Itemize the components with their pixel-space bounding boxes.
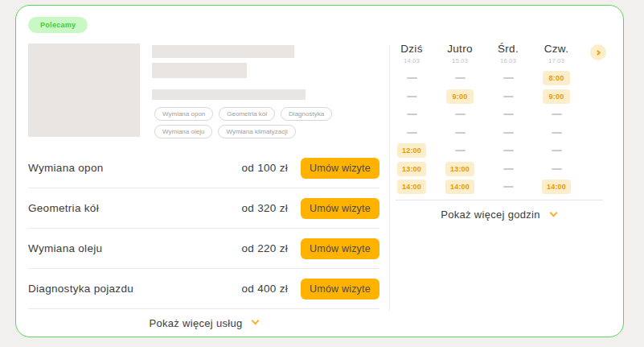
day-column-wednesday: Śrd. 16.03 [484,43,532,196]
service-tag-chip: Diagnostyka [281,107,332,121]
time-slot-button[interactable]: 8:00 [543,71,570,85]
show-more-services-button[interactable]: Pokaż więcej usług [28,309,379,337]
book-visit-button[interactable]: Umów wizyte [301,158,379,179]
calendar-divider [396,200,603,200]
service-row: Diagnostyka pojazdu od 400 zł Umów wizyt… [28,269,379,309]
day-date: 16.03 [484,57,532,64]
time-slot-button[interactable]: 14:00 [542,180,571,194]
day-name: Jutro [436,43,484,55]
show-more-services-label: Pokaż więcej usług [150,317,243,329]
service-provider-card: Polecamy Wymiana opon Geometria kół Diag… [15,5,624,337]
time-slot-button[interactable]: 13:00 [445,162,474,176]
service-tags: Wymiana opon Geometria kół Diagnostyka W… [154,107,365,138]
slot-column [484,69,532,196]
unavailable-slot-dash [503,168,514,170]
service-tag-chip: Geometria kół [219,107,275,121]
time-slot-button[interactable]: 12:00 [397,143,426,158]
text-placeholder-address [152,89,306,100]
unavailable-slot-dash [503,77,514,79]
day-name: Dziś [388,43,436,55]
unavailable-slot-dash [503,114,514,115]
service-tag-chip: Wymiana klimatyzacji [218,125,295,138]
service-row: Wymiana oleju od 220 zł Umów wizyte [28,229,379,269]
text-placeholder-subtitle [152,63,247,78]
unavailable-slot-dash [407,132,417,134]
text-placeholder-title [152,45,294,58]
service-tag-chip: Wymiana opon [154,107,213,121]
unavailable-slot-dash [455,150,466,151]
service-name: Wymiana opon [28,162,242,174]
unavailable-slot-dash [503,150,514,151]
time-slot-button[interactable]: 9:00 [543,89,570,104]
service-row: Geometria kół od 320 zł Umów wizyte [28,188,379,229]
day-column-tomorrow: Jutro 15.03 9:00 13:00 14:00 [436,43,484,196]
next-days-button[interactable] [590,44,606,60]
book-visit-button[interactable]: Umów wizyte [301,238,379,259]
time-slot-button[interactable]: 13:00 [397,162,426,176]
slot-column: 12:00 13:00 14:00 [388,69,436,196]
time-slot-button[interactable]: 14:00 [445,180,474,194]
service-price: od 220 zł [242,242,289,254]
day-columns: Dziś 14.03 12:00 13:00 14:00 Jutro 15.03 [388,43,609,196]
day-column-today: Dziś 14.03 12:00 13:00 14:00 [388,43,436,196]
unavailable-slot-dash [455,132,466,134]
day-date: 15.03 [436,57,484,64]
chevron-right-icon [594,49,600,55]
day-name: Czw. [532,43,580,55]
service-name: Diagnostyka pojazdu [28,283,242,295]
service-price: od 320 zł [242,202,289,214]
show-more-hours-button[interactable]: Pokaż więcej godzin [388,202,609,228]
availability-calendar: Dziś 14.03 12:00 13:00 14:00 Jutro 15.03 [388,43,609,228]
unavailable-slot-dash [407,114,417,115]
book-visit-button[interactable]: Umów wizyte [301,279,379,299]
service-price: od 400 zł [242,283,289,295]
slot-column: 9:00 13:00 14:00 [436,69,484,196]
unavailable-slot-dash [503,96,514,97]
unavailable-slot-dash [455,114,466,115]
unavailable-slot-dash [455,77,466,79]
service-name: Geometria kół [28,202,242,214]
day-date: 14.03 [388,57,436,64]
service-tag-chip: Wymiana oleju [154,125,212,138]
service-row: Wymiana opon od 100 zł Umów wizyte [28,148,379,188]
unavailable-slot-dash [503,132,514,134]
chevron-down-icon [549,209,557,217]
service-list: Wymiana opon od 100 zł Umów wizyte Geome… [28,148,379,337]
book-visit-button[interactable]: Umów wizyte [301,198,379,219]
service-price: od 100 zł [242,162,289,174]
provider-image-placeholder [28,43,140,137]
show-more-hours-label: Pokaż więcej godzin [441,209,540,221]
unavailable-slot-dash [552,168,562,170]
unavailable-slot-dash [552,132,562,134]
recommended-badge: Polecamy [28,17,88,33]
time-slot-button[interactable]: 14:00 [397,180,426,194]
day-name: Śrd. [484,43,532,55]
chevron-down-icon [252,317,260,325]
unavailable-slot-dash [503,186,514,188]
service-name: Wymiana oleju [28,242,242,254]
day-date: 17.03 [532,57,580,64]
unavailable-slot-dash [552,114,562,115]
day-column-thursday: Czw. 17.03 8:00 9:00 14:00 [532,43,580,196]
time-slot-button[interactable]: 9:00 [446,89,474,104]
unavailable-slot-dash [552,150,562,151]
slot-column: 8:00 9:00 14:00 [532,69,580,196]
unavailable-slot-dash [407,77,417,79]
unavailable-slot-dash [407,96,417,97]
